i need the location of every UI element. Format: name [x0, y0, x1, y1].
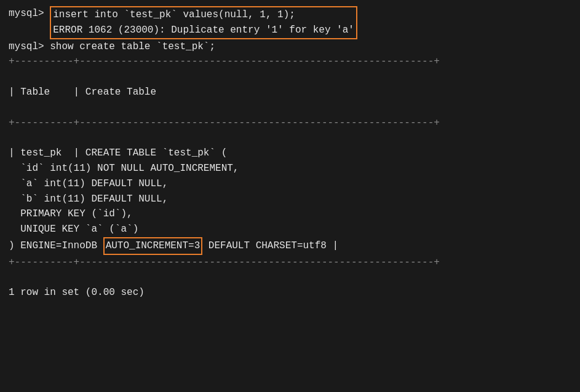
auto-increment-highlight: AUTO_INCREMENT=3 [103, 237, 203, 255]
blank1 [9, 69, 571, 85]
divider-bottom: +----------+----------------------------… [9, 255, 571, 270]
col-b: `b` int(11) DEFAULT NULL, [9, 192, 571, 207]
table-header: | Table | Create Table [9, 85, 571, 100]
blank4 [9, 270, 571, 286]
engine-post: DEFAULT CHARSET=utf8 | [202, 238, 338, 254]
prompt-prefix: mysql> [9, 6, 50, 22]
divider-top: +----------+----------------------------… [9, 54, 571, 69]
show-create-cmd: show create table `test_pk`; [50, 39, 215, 55]
prompt3: mysql> [9, 39, 50, 55]
row-count: 1 row in set (0.00 sec) [9, 285, 571, 300]
col-id: `id` int(11) NOT NULL AUTO_INCREMENT, [9, 161, 571, 176]
create-table-start: | test_pk | CREATE TABLE `test_pk` ( [9, 146, 571, 161]
divider-mid: +----------+----------------------------… [9, 116, 571, 131]
error-line: ERROR 1062 (23000): Duplicate entry '1' … [53, 23, 354, 38]
insert-command: insert into `test_pk` values(null, 1, 1)… [53, 7, 354, 23]
primary-key: PRIMARY KEY (`id`), [9, 206, 571, 222]
unique-key: UNIQUE KEY `a` (`a`) [9, 222, 571, 237]
col-a: `a` int(11) DEFAULT NULL, [9, 176, 571, 192]
blank2 [9, 100, 571, 116]
blank3 [9, 130, 571, 146]
engine-pre: ) ENGINE=InnoDB [9, 238, 103, 254]
terminal-window: mysql> insert into `test_pk` values(null… [0, 0, 580, 392]
